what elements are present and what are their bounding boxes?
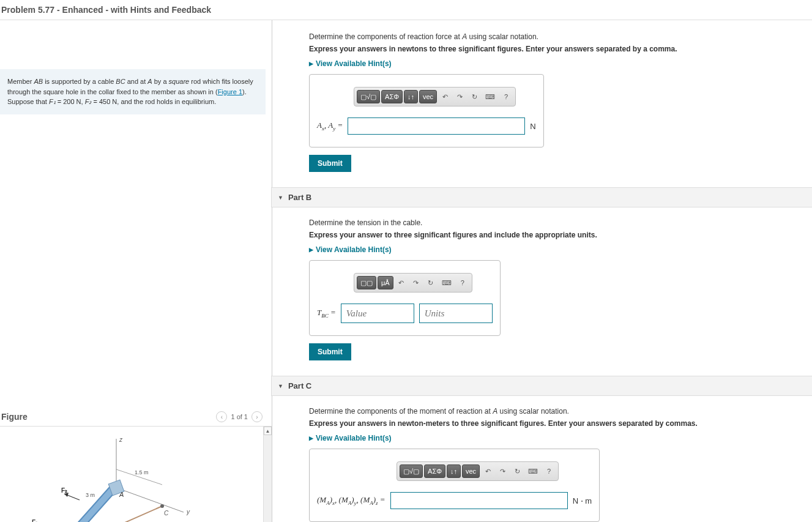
partc-header[interactable]: Part C: [271, 376, 812, 396]
redo-button[interactable]: ↷: [496, 464, 509, 478]
partb-hints-toggle[interactable]: View Available Hint(s): [309, 245, 806, 254]
partc-toolbar: ▢√▢ ΑΣΦ ↓↑ vec ↶ ↷ ↻ ⌨ ?: [397, 461, 559, 481]
figure-prev-button[interactable]: ‹: [216, 411, 227, 422]
partb-answer-box: ▢▢ μÅ ↶ ↷ ↻ ⌨ ? TBC =: [309, 260, 501, 336]
partb-units-input[interactable]: [419, 304, 493, 323]
mu-button[interactable]: μÅ: [378, 276, 393, 289]
reset-button[interactable]: ↻: [424, 276, 438, 289]
parta-hints-toggle[interactable]: View Available Hint(s): [309, 59, 806, 68]
partc-instruction: Determine the components of the moment o…: [309, 407, 806, 416]
figure-image: z y x A B C 1.5 m: [0, 427, 263, 522]
templates-button[interactable]: ▢▢: [357, 276, 376, 289]
updown-button[interactable]: ↓↑: [447, 464, 461, 478]
figure-scrollbar[interactable]: ▲ ▼: [263, 427, 272, 522]
svg-text:C: C: [164, 510, 169, 516]
vec-button[interactable]: vec: [462, 464, 480, 478]
keyboard-button[interactable]: ⌨: [482, 90, 498, 103]
figure-next-button[interactable]: ›: [251, 411, 263, 422]
undo-button[interactable]: ↶: [395, 276, 408, 289]
svg-point-12: [160, 504, 164, 508]
partc-format: Express your answers in newton-meters to…: [309, 419, 806, 428]
figure-link[interactable]: Figure 1: [218, 88, 242, 95]
svg-text:3 m: 3 m: [86, 492, 95, 498]
partb-toolbar: ▢▢ μÅ ↶ ↷ ↻ ⌨ ?: [354, 273, 472, 293]
svg-line-11: [58, 506, 162, 522]
page-title: Problem 5.77 - Enhanced - with Hints and…: [0, 0, 812, 20]
vec-button[interactable]: vec: [419, 90, 437, 103]
greek-button[interactable]: ΑΣΦ: [424, 464, 445, 478]
redo-button[interactable]: ↷: [409, 276, 423, 289]
updown-button[interactable]: ↓↑: [404, 90, 418, 103]
reset-button[interactable]: ↻: [467, 90, 481, 103]
left-panel: Member AB is supported by a cable BC and…: [0, 20, 272, 522]
partb-header[interactable]: Part B: [271, 187, 812, 207]
main-content: Determine the components of reaction for…: [272, 20, 812, 522]
partb-instruction: Determine the tension in the cable.: [309, 218, 806, 227]
redo-button[interactable]: ↷: [453, 90, 466, 103]
svg-text:1.5 m: 1.5 m: [135, 469, 149, 475]
templates-button[interactable]: ▢√▢: [400, 464, 423, 478]
partb-submit-button[interactable]: Submit: [309, 343, 351, 360]
svg-text:A: A: [119, 491, 124, 498]
reset-button[interactable]: ↻: [510, 464, 524, 478]
help-button[interactable]: ?: [542, 464, 556, 478]
partb-value-input[interactable]: [341, 304, 414, 323]
problem-statement: Member AB is supported by a cable BC and…: [0, 69, 266, 114]
parta-format: Express your answers in newtons to three…: [309, 45, 806, 53]
figure-panel: Figure ‹ 1 of 1 › z y x: [0, 408, 272, 522]
parta-answer-box: ▢√▢ ΑΣΦ ↓↑ vec ↶ ↷ ↻ ⌨ ? Ax, Ay = N: [309, 74, 544, 147]
templates-button[interactable]: ▢√▢: [357, 90, 380, 103]
svg-text:z: z: [119, 436, 123, 443]
figure-count: 1 of 1: [231, 413, 248, 420]
figure-title: Figure: [1, 412, 28, 422]
keyboard-button[interactable]: ⌨: [525, 464, 541, 478]
help-button[interactable]: ?: [456, 276, 469, 289]
keyboard-button[interactable]: ⌨: [439, 276, 455, 289]
undo-button[interactable]: ↶: [438, 90, 452, 103]
svg-text:F₂: F₂: [61, 487, 67, 494]
parta-instruction: Determine the components of reaction for…: [309, 32, 806, 41]
parta-toolbar: ▢√▢ ΑΣΦ ↓↑ vec ↶ ↷ ↻ ⌨ ?: [354, 87, 516, 106]
undo-button[interactable]: ↶: [481, 464, 494, 478]
partc-answer-box: ▢√▢ ΑΣΦ ↓↑ vec ↶ ↷ ↻ ⌨ ? (MA)x, (MA)y, (…: [309, 449, 600, 522]
parta-submit-button[interactable]: Submit: [309, 155, 351, 172]
partc-hints-toggle[interactable]: View Available Hint(s): [309, 434, 806, 442]
svg-line-2: [116, 488, 184, 512]
parta-var-label: Ax, Ay =: [317, 121, 343, 132]
greek-button[interactable]: ΑΣΦ: [381, 90, 403, 103]
partc-answer-input[interactable]: [390, 492, 568, 509]
svg-text:F₁: F₁: [32, 519, 38, 522]
partc-unit: N ⋅ m: [573, 496, 592, 505]
partb-format: Express your answer to three significant…: [309, 231, 806, 239]
help-button[interactable]: ?: [499, 90, 513, 103]
parta-unit: N: [530, 122, 535, 131]
parta-answer-input[interactable]: [348, 117, 525, 135]
scroll-up-icon[interactable]: ▲: [264, 427, 272, 435]
svg-text:y: y: [186, 509, 190, 515]
partb-var-label: TBC =: [317, 308, 336, 319]
partc-var-label: (MA)x, (MA)y, (MA)z =: [317, 495, 386, 506]
